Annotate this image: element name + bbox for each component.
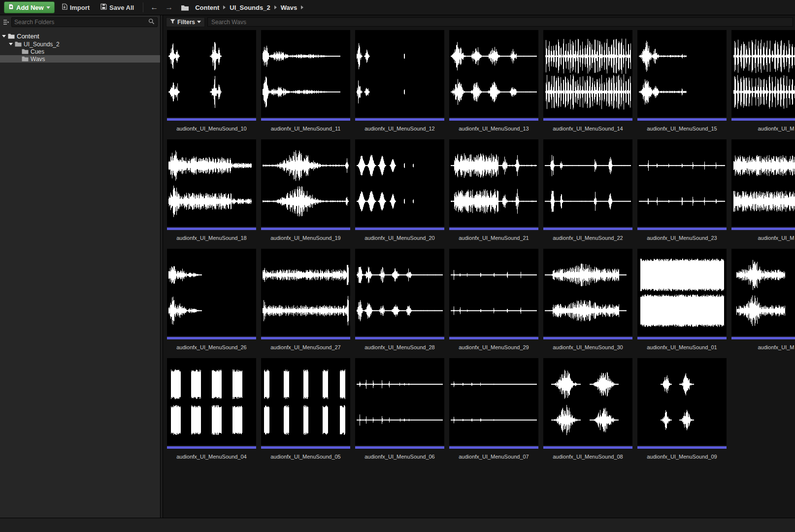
- asset-tile[interactable]: audionfx_UI_MenuSound_06: [355, 358, 444, 460]
- chevron-down-icon: [197, 21, 201, 23]
- asset-tile[interactable]: audionfx_UI_M: [731, 249, 795, 350]
- breadcrumb: Content UI_Sounds_2 Wavs: [192, 2, 304, 13]
- breadcrumb-ui-sounds-2[interactable]: UI_Sounds_2: [227, 2, 273, 13]
- tree-item-cues[interactable]: Cues: [0, 48, 160, 55]
- asset-tile[interactable]: audionfx_UI_MenuSound_11: [261, 30, 350, 132]
- asset-tile[interactable]: audionfx_UI_MenuSound_20: [355, 139, 444, 241]
- waveform-canvas: [261, 30, 350, 117]
- tree-item-wavs[interactable]: Wavs: [0, 55, 160, 63]
- asset-tile[interactable]: audionfx_UI_MenuSound_26: [167, 249, 256, 350]
- asset-label: audionfx_UI_MenuSound_19: [261, 235, 350, 241]
- asset-label: audionfx_UI_MenuSound_18: [167, 235, 256, 241]
- soundwave-type-bar: [167, 118, 256, 121]
- folder-label: Wavs: [31, 56, 45, 63]
- asset-tile[interactable]: audionfx_UI_MenuSound_05: [261, 358, 350, 460]
- asset-tile[interactable]: audionfx_UI_MenuSound_23: [637, 139, 727, 241]
- sources-panel-toggle-icon[interactable]: [2, 19, 9, 26]
- asset-label: audionfx_UI_MenuSound_30: [543, 344, 632, 350]
- soundwave-type-bar: [449, 446, 538, 449]
- waveform-thumbnail: [355, 139, 444, 227]
- waveform-thumbnail: [449, 30, 538, 117]
- asset-tile[interactable]: audionfx_UI_MenuSound_27: [261, 249, 350, 350]
- breadcrumb-arrow-icon[interactable]: [274, 5, 277, 9]
- waveform-thumbnail: [261, 249, 350, 336]
- asset-tile[interactable]: audionfx_UI_MenuSound_30: [543, 249, 632, 350]
- asset-tile[interactable]: audionfx_UI_MenuSound_14: [543, 30, 632, 132]
- asset-tile[interactable]: audionfx_UI_MenuSound_18: [167, 139, 256, 241]
- asset-label: audionfx_UI_MenuSound_27: [261, 344, 350, 350]
- asset-label: audionfx_UI_MenuSound_12: [355, 126, 444, 132]
- expander-icon[interactable]: [9, 43, 13, 45]
- tree-item-content[interactable]: Content: [0, 32, 160, 40]
- import-button[interactable]: Import: [58, 2, 94, 13]
- waveform-canvas: [167, 358, 256, 445]
- asset-label: audionfx_UI_MenuSound_28: [355, 344, 444, 350]
- asset-grid-viewport[interactable]: audionfx_UI_MenuSound_10audionfx_UI_Menu…: [163, 27, 795, 518]
- breadcrumb-content[interactable]: Content: [192, 2, 222, 13]
- asset-tile[interactable]: audionfx_UI_MenuSound_01: [637, 249, 727, 350]
- filters-funnel-icon: [170, 19, 175, 26]
- breadcrumb-arrow-icon[interactable]: [223, 5, 226, 9]
- tree-item-ui_sounds_2[interactable]: UI_Sounds_2: [0, 40, 160, 48]
- asset-label: audionfx_UI_M: [731, 235, 795, 241]
- asset-label: audionfx_UI_MenuSound_11: [261, 126, 350, 132]
- asset-tile[interactable]: audionfx_UI_MenuSound_22: [543, 139, 632, 241]
- forward-button[interactable]: →: [163, 3, 175, 12]
- filter-bar: Filters: [163, 15, 795, 27]
- breadcrumb-wavs[interactable]: Wavs: [278, 2, 300, 13]
- save-all-button[interactable]: Save All: [97, 2, 138, 13]
- waveform-thumbnail: [167, 30, 256, 117]
- search-folders-input[interactable]: [14, 19, 148, 26]
- asset-label: audionfx_UI_MenuSound_10: [167, 126, 256, 132]
- breadcrumb-arrow-icon[interactable]: [301, 5, 303, 9]
- search-assets-input[interactable]: [207, 17, 793, 27]
- asset-tile[interactable]: audionfx_UI_MenuSound_09: [637, 358, 727, 460]
- soundwave-type-bar: [449, 118, 538, 121]
- soundwave-type-bar: [449, 228, 538, 230]
- waveform-thumbnail: [261, 139, 350, 227]
- soundwave-type-bar: [543, 228, 632, 230]
- add-new-button[interactable]: Add New: [4, 1, 55, 13]
- asset-tile[interactable]: audionfx_UI_MenuSound_29: [449, 249, 538, 350]
- asset-tile[interactable]: audionfx_UI_M: [731, 30, 795, 132]
- waveform-thumbnail: [543, 249, 632, 336]
- folder-label: UI_Sounds_2: [24, 41, 60, 48]
- asset-tile[interactable]: audionfx_UI_M: [731, 139, 795, 241]
- asset-tile[interactable]: audionfx_UI_MenuSound_28: [355, 249, 444, 350]
- waveform-canvas: [543, 30, 632, 117]
- asset-label: audionfx_UI_MenuSound_08: [543, 454, 632, 460]
- soundwave-type-bar: [637, 337, 727, 339]
- asset-tile[interactable]: audionfx_UI_MenuSound_10: [167, 30, 256, 132]
- asset-tile[interactable]: audionfx_UI_MenuSound_04: [167, 358, 256, 460]
- waveform-thumbnail: [355, 249, 444, 336]
- asset-tile[interactable]: audionfx_UI_MenuSound_21: [449, 139, 538, 241]
- waveform-canvas: [261, 139, 350, 227]
- waveform-thumbnail: [449, 249, 538, 336]
- expander-icon[interactable]: [2, 35, 6, 37]
- asset-tile[interactable]: audionfx_UI_MenuSound_08: [543, 358, 632, 460]
- soundwave-type-bar: [167, 446, 256, 449]
- asset-tile[interactable]: audionfx_UI_MenuSound_07: [449, 358, 538, 460]
- soundwave-type-bar: [261, 118, 350, 121]
- waveform-canvas: [637, 249, 727, 336]
- asset-label: audionfx_UI_MenuSound_01: [637, 344, 727, 350]
- asset-tile[interactable]: audionfx_UI_MenuSound_15: [637, 30, 727, 132]
- asset-tile[interactable]: audionfx_UI_MenuSound_12: [355, 30, 444, 132]
- waveform-thumbnail: [543, 139, 632, 227]
- soundwave-type-bar: [261, 337, 350, 339]
- add-new-icon: [8, 3, 14, 11]
- filters-button[interactable]: Filters: [166, 17, 205, 27]
- asset-tile[interactable]: audionfx_UI_MenuSound_19: [261, 139, 350, 241]
- asset-label: audionfx_UI_MenuSound_13: [449, 126, 538, 132]
- soundwave-type-bar: [167, 337, 256, 339]
- waveform-canvas: [731, 249, 795, 336]
- folder-tree: ContentUI_Sounds_2CuesWavs: [0, 29, 160, 63]
- asset-label: audionfx_UI_MenuSound_22: [543, 235, 632, 241]
- back-button[interactable]: ←: [148, 3, 160, 12]
- asset-tile[interactable]: audionfx_UI_MenuSound_13: [449, 30, 538, 132]
- soundwave-type-bar: [261, 446, 350, 449]
- waveform-canvas: [637, 358, 727, 445]
- waveform-thumbnail: [731, 30, 795, 117]
- waveform-thumbnail: [449, 139, 538, 227]
- waveform-thumbnail: [637, 249, 727, 336]
